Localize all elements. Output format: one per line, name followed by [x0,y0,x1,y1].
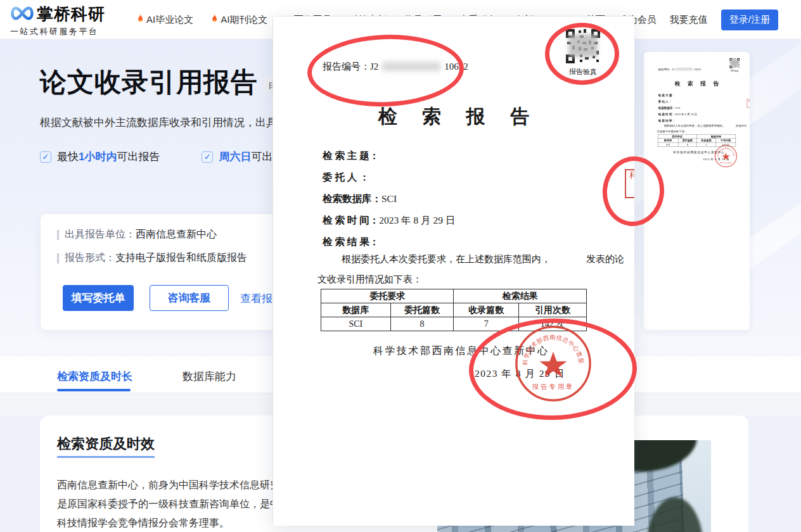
tab-database-capability[interactable]: 数据库能力 [183,369,236,384]
qr-code-icon [565,28,601,65]
svg-text:报告专用章: 报告专用章 [532,383,574,390]
nav-label: AI期刊论文 [221,14,267,26]
redacted-blur [676,68,693,70]
report-document: 报告编号：J210622 报告验真 检 索 报 告 检 [644,54,750,204]
svg-text:报告专用章: 报告专用章 [720,162,732,164]
svg-text:科学技术部西南信息中心查新中心: 科学技术部西南信息中心查新中心 [714,144,736,157]
report-paragraph: 根据委托人本次委托要求，在上述数据库范围内，发表的论 [658,124,736,128]
info-value: 支持电子版报告和纸质版报告 [115,251,247,265]
check-icon: ✓ [40,151,51,163]
report-title: 检 索 报 告 [644,80,750,87]
check-icon: ✓ [202,151,213,163]
section-paragraph-line: 科技情报学会竞争情报分会常务理事。 [57,517,229,530]
qr-label: 报告验真 [727,69,742,72]
report-preview-modal: 报告编号：J210622 报告验真 检 索 报 告 检 [272,16,634,525]
report-fields: 检 索 主 题： 委 托 人 ： 检索数据库：SCI 检 索 时 间：2023 … [323,149,455,257]
fill-order-button[interactable]: 填写委托单 [63,285,134,311]
report-paragraph: 文收录引用情况如下表： [657,130,688,134]
info-label: 出具报告单位： [65,228,136,241]
report-paragraph: 根据委托人本次委托要求，在上述数据库范围内，发表的论 [323,253,589,265]
report-number: 报告编号：J210622 [323,61,468,73]
nav-item-ai-journal[interactable]: AI期刊论文 [210,14,267,26]
qr-code-icon [729,58,740,68]
info-row-issuer: 出具报告单位： 西南信息查新中心 [57,228,217,241]
divider [57,253,59,263]
qr-blur-patch [731,60,739,66]
active-tab-underline [57,389,131,391]
official-stamp: 科学技术部西南信息中心查新中心 报告专用章 [513,323,594,404]
page-subtitle: 根据文献被中外主流数据库收录和引用情况，出具证 [40,115,288,130]
flame-icon [136,14,144,26]
info-value: 西南信息查新中心 [136,228,217,241]
nav-item-ai-thesis[interactable]: AI毕业论文 [136,14,193,26]
divider [57,230,59,240]
infinity-logo-icon [9,4,35,25]
login-register-button[interactable]: 登录/注册 [721,10,778,30]
logo-tagline: 一站式科研服务平台 [10,26,129,37]
contact-support-button[interactable]: 咨询客服 [150,285,229,311]
logo-title: 掌桥科研 [37,3,105,25]
report-thumbnail-card[interactable]: 报告编号：J210622 报告验真 检 索 报 告 检 [644,52,750,330]
nav-label: AI毕业论文 [146,14,193,26]
report-thumbnail-doc: 报告编号：J210622 报告验真 检 索 报 告 检 [644,54,750,204]
qr-blur-patch [568,34,598,57]
report-paragraph: 文收录引用情况如下表： [317,274,422,286]
qr-label: 报告验真 [558,67,608,77]
redacted-blur [382,62,440,71]
edge-seal-stamp: 科 [625,169,634,198]
official-stamp: 科学技术部西南信息中心查新中心 报告专用章 [714,144,738,168]
feature-checks: ✓ 最快1小时内可出报告 ✓ 周六日可出报告 [40,149,294,164]
edge-seal-stamp: 科 [747,99,750,108]
flame-icon [210,14,219,26]
logo[interactable]: 掌桥科研 一站式科研服务平台 [9,3,129,37]
check-item-fast: ✓ 最快1小时内可出报告 [40,149,160,164]
report-number: 报告编号：J210622 [658,68,701,72]
svg-text:科学技术部西南信息中心查新中心: 科学技术部西南信息中心查新中心 [513,323,585,365]
info-label: 报告形式： [65,251,115,265]
report-document: 报告编号：J210622 报告验真 检 索 报 告 检 [273,16,634,526]
link-recharge[interactable]: 我要充值 [670,14,708,26]
section-heading: 检索资质及时效 [57,434,155,458]
page-title: 论文收录引用报告 [40,65,258,100]
tab-qualification[interactable]: 检索资质及时长 [57,369,132,384]
info-row-format: 报告形式： 支持电子版报告和纸质版报告 [57,251,247,265]
report-fields: 检 索 主 题： 委 托 人 ： 检索数据库：SCI 检 索 时 间：2023 … [658,94,697,125]
report-title: 检 索 报 告 [273,104,634,130]
